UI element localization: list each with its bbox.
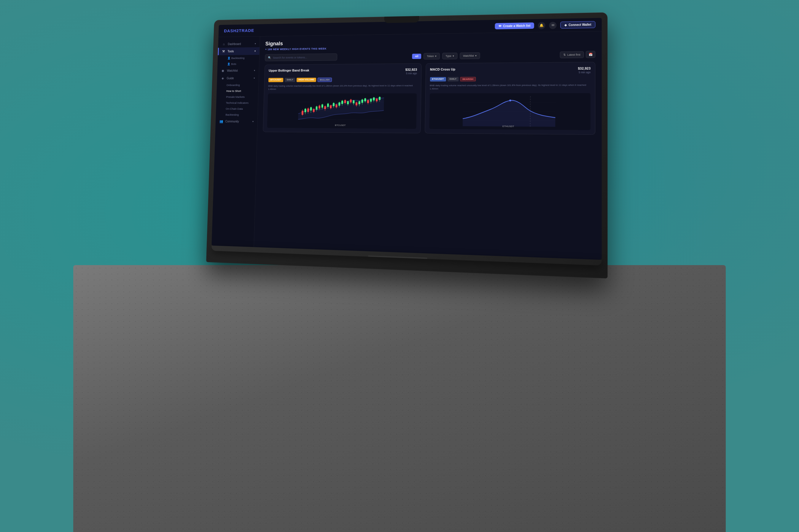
- svg-rect-46: [361, 100, 363, 103]
- card1-time: 5 min ago: [405, 72, 417, 75]
- calendar-icon: 📅: [589, 53, 593, 56]
- watchlist-icon: ◉: [221, 69, 225, 72]
- svg-rect-30: [338, 102, 340, 106]
- laptop-bottom: [211, 246, 602, 265]
- card2-price: $32,923: [578, 66, 591, 70]
- card2-title: MACD Cross Up: [430, 68, 455, 72]
- notification-bell-icon[interactable]: 🔔: [538, 22, 546, 29]
- sidebar-item-technical-indicators[interactable]: Technical Indicators: [216, 100, 258, 106]
- sidebar-label-on-chain-data: On-Chain Data: [226, 107, 243, 110]
- sidebar-label-tools: Tools: [227, 50, 234, 53]
- svg-rect-24: [330, 106, 331, 109]
- token-filter-label: Token: [427, 55, 434, 58]
- svg-rect-20: [324, 106, 326, 109]
- svg-rect-40: [353, 100, 355, 103]
- svg-rect-36: [347, 101, 349, 104]
- connect-wallet-label: Connect Wallet: [569, 23, 591, 27]
- laptop-notch: [384, 16, 419, 23]
- tag-daily-2: DAILY: [447, 77, 458, 81]
- svg-rect-14: [316, 107, 318, 110]
- sidebar-label-backtesting: Backtesting: [231, 56, 245, 60]
- laptop-screen: DASH2TRADE 👁 Create a Watch list 🔔 ✉ ◈ C…: [211, 18, 602, 260]
- topbar-right: 👁 Create a Watch list 🔔 ✉ ◈ Connect Wall…: [495, 21, 595, 30]
- tag-daily-1: DAILY: [285, 78, 295, 82]
- sidebar-item-bots[interactable]: 👤 Bots: [217, 61, 259, 67]
- sidebar-label-watchlist: Watchlist: [227, 69, 238, 72]
- svg-rect-4: [302, 111, 303, 115]
- filter-all-button[interactable]: All: [412, 53, 421, 59]
- svg-rect-42: [356, 102, 357, 106]
- card1-description: BNB daily trading volume reached unusual…: [268, 84, 417, 91]
- filter-type-button[interactable]: Type ▾: [442, 53, 457, 59]
- svg-rect-56: [376, 99, 378, 101]
- filter-watchlist-button[interactable]: Watchlist ▾: [460, 52, 480, 59]
- sidebar-item-how-to-short[interactable]: How to Short: [216, 88, 258, 94]
- filter-group: All Token ▾ Type ▾ Watchlist: [412, 52, 480, 59]
- svg-rect-18: [322, 105, 323, 108]
- card2-top: MACD Cross Up $32,923 5 min ago: [430, 66, 591, 75]
- tools-icon: ⚒: [222, 50, 225, 53]
- bot-icon: 👤: [227, 62, 230, 65]
- sidebar-item-tools[interactable]: ⚒ Tools ▾: [218, 47, 260, 55]
- card1-price-group: $32,923 5 min ago: [405, 68, 417, 75]
- sidebar-label-how-to-short: How to Short: [226, 89, 241, 93]
- sidebar-label-backtesting2: Backtesting: [225, 113, 239, 116]
- mail-icon[interactable]: ✉: [549, 22, 556, 29]
- create-watchlist-button[interactable]: 👁 Create a Watch list: [495, 22, 534, 30]
- create-watchlist-icon: 👁: [498, 25, 501, 28]
- sidebar-label-dashboard: Dashboard: [228, 42, 241, 46]
- svg-rect-54: [373, 98, 375, 100]
- create-watchlist-label: Create a Watch list: [503, 24, 530, 28]
- sidebar-item-onboarding[interactable]: Onboarding: [217, 82, 259, 88]
- svg-line-2: [298, 119, 383, 120]
- subtitle-count: 189: [267, 48, 272, 51]
- sidebar-label-guide: Guide: [227, 77, 234, 80]
- sidebar-item-dashboard[interactable]: ⌂ Dashboard ▾: [218, 40, 260, 48]
- card1-chart: BTCUSDT 5m: [267, 93, 416, 129]
- card2-chart: ETHUSDT 5m: [429, 93, 590, 130]
- svg-rect-12: [313, 109, 315, 112]
- sidebar-item-community[interactable]: 👥 Community ▾: [216, 117, 258, 126]
- tag-ethusdt: ETH/USDT: [430, 77, 446, 81]
- search-icon: 🔍: [268, 56, 271, 59]
- filter-token-button[interactable]: Token ▾: [423, 53, 440, 59]
- sidebar-item-backtesting[interactable]: 👤 Backtesting: [218, 55, 260, 61]
- tag-btcusdt: BTC/USDT: [268, 78, 284, 82]
- calendar-button[interactable]: 📅: [586, 51, 595, 58]
- svg-rect-50: [367, 100, 369, 103]
- sidebar-item-presale-markets[interactable]: Presale Markets: [216, 94, 258, 100]
- chevron-token-icon: ▾: [435, 55, 437, 58]
- svg-rect-32: [341, 101, 343, 104]
- tag-bullish: BULLISH: [318, 78, 332, 82]
- sidebar-label-presale-markets: Presale Markets: [226, 95, 245, 98]
- svg-rect-28: [336, 105, 337, 108]
- community-icon: 👥: [220, 119, 223, 123]
- card1-chart-symbol: BTCUSDT: [335, 124, 346, 127]
- logo-text: DASH2TRADE: [224, 28, 254, 33]
- sidebar-label-technical-indicators: Technical Indicators: [226, 101, 249, 104]
- sort-icon: ⇅: [564, 53, 566, 56]
- svg-rect-34: [344, 100, 346, 103]
- svg-point-63: [509, 100, 511, 101]
- svg-line-62: [530, 96, 530, 127]
- chevron-up-icon: ▾: [254, 50, 256, 53]
- card2-tags: ETH/USDT DAILY BEARISH: [430, 76, 590, 81]
- sidebar-item-backtesting2[interactable]: Backtesting: [216, 112, 258, 118]
- signal-card-1: Upper Bollinger Band Break $32,923 5 min…: [263, 63, 421, 133]
- connect-wallet-button[interactable]: ◈ Connect Wallet: [560, 21, 595, 28]
- wallet-icon: ◈: [565, 23, 567, 27]
- sidebar-item-watchlist[interactable]: ◉ Watchlist ▾: [217, 67, 259, 75]
- card1-price: $32,923: [405, 68, 417, 72]
- signals-controls: 🔍 Search for events or tokens... All Tok…: [265, 51, 595, 61]
- svg-rect-8: [307, 109, 309, 112]
- watchlist-filter-label: Watchlist: [463, 54, 474, 57]
- sidebar-item-on-chain-data[interactable]: On-Chain Data: [216, 106, 258, 112]
- sort-group: ⇅ Latest first 📅: [560, 51, 595, 58]
- concrete-block: [73, 265, 726, 532]
- chevron-down-icon: ▾: [255, 42, 256, 45]
- svg-rect-10: [310, 107, 312, 111]
- search-box[interactable]: 🔍 Search for events or tokens...: [265, 53, 337, 61]
- sort-button[interactable]: ⇅ Latest first: [560, 51, 584, 58]
- sidebar-label-bots: Bots: [231, 62, 236, 65]
- sidebar-item-guide[interactable]: ◈ Guide ▾: [217, 74, 259, 82]
